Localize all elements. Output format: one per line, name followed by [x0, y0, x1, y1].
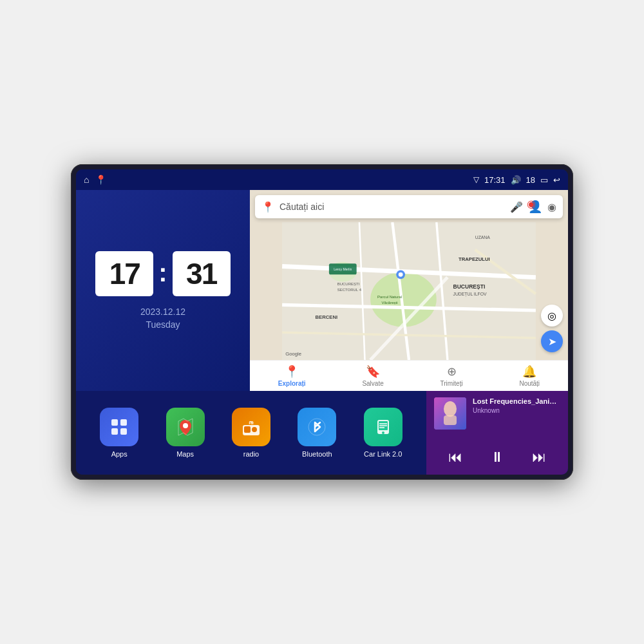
device: ⌂ 📍 ▽ 17:31 🔊 18 ▭ ↩ 17 :	[71, 164, 573, 480]
svg-text:FM: FM	[249, 421, 253, 425]
status-left-icons: ⌂ 📍	[84, 175, 106, 185]
map-nav-bar: 📍 Explorați 🔖 Salvate ⊕ Trimiteți 🔔	[250, 360, 568, 391]
share-label: Trimiteți	[440, 380, 462, 387]
svg-text:TRAPEZULUI: TRAPEZULUI	[459, 256, 490, 262]
status-bar: ⌂ 📍 ▽ 17:31 🔊 18 ▭ ↩	[76, 169, 568, 190]
svg-point-38	[382, 431, 384, 434]
svg-text:Leroy Merlin: Leroy Merlin	[334, 267, 352, 271]
music-artist: Unknown	[473, 407, 560, 414]
svg-text:Parcul Natural: Parcul Natural	[377, 295, 402, 299]
music-controls: ⏮ ⏸ ⏭	[434, 446, 560, 468]
layers-icon[interactable]: ◉	[547, 201, 556, 213]
svg-rect-41	[444, 415, 457, 425]
device-screen: ⌂ 📍 ▽ 17:31 🔊 18 ▭ ↩ 17 :	[76, 169, 568, 475]
svg-point-32	[252, 427, 257, 432]
map-panel[interactable]: 📍 Căutați aici 🎤 👤 ◉	[250, 190, 568, 391]
carlink-icon-box	[364, 408, 402, 446]
map-nav-saved[interactable]: 🔖 Salvate	[362, 365, 383, 387]
map-nav-share[interactable]: ⊕ Trimiteți	[440, 365, 462, 387]
apps-icon-box	[100, 408, 138, 446]
radio-label: radio	[243, 450, 259, 458]
signal-icon: ▽	[473, 175, 479, 184]
news-icon: 🔔	[522, 365, 536, 379]
map-compass-icon: ◉	[527, 198, 536, 210]
svg-rect-27	[111, 428, 118, 435]
music-next-btn[interactable]: ⏭	[527, 446, 551, 468]
svg-rect-28	[120, 428, 127, 435]
svg-rect-26	[120, 419, 127, 426]
map-location-btn[interactable]: ◎	[541, 305, 563, 327]
svg-point-24	[399, 272, 403, 277]
news-label: Noutăți	[519, 380, 540, 387]
clock-hours: 17	[95, 251, 153, 296]
clock-colon: :	[158, 258, 167, 287]
share-icon: ⊕	[447, 365, 457, 379]
music-play-btn[interactable]: ⏸	[485, 446, 509, 468]
apps-panel: Apps Maps	[76, 391, 426, 475]
svg-point-29	[183, 423, 188, 428]
day-display: Tuesday	[140, 319, 185, 330]
maps-logo-icon: 📍	[261, 201, 274, 213]
svg-text:BERCENI: BERCENI	[315, 314, 337, 320]
app-item-apps[interactable]: Apps	[100, 408, 138, 458]
apps-label: Apps	[111, 450, 128, 458]
date-display: 2023.12.12	[140, 307, 185, 317]
map-nav-explore[interactable]: 📍 Explorați	[278, 365, 306, 387]
bluetooth-label: Bluetooth	[302, 450, 332, 458]
svg-rect-25	[111, 419, 118, 426]
music-info: Lost Frequencies_Janieck Devy-... Unknow…	[434, 397, 560, 430]
battery-icon: ▭	[540, 175, 548, 185]
status-right-info: ▽ 17:31 🔊 18 ▭ ↩	[473, 175, 560, 185]
svg-point-40	[444, 401, 457, 417]
map-search-bar[interactable]: 📍 Căutați aici 🎤 👤 ◉	[255, 195, 563, 218]
location-icon[interactable]: 📍	[95, 175, 106, 185]
saved-icon: 🔖	[366, 365, 380, 379]
svg-text:JUDEȚUL ILFOV: JUDEȚUL ILFOV	[453, 292, 487, 297]
svg-rect-31	[244, 426, 251, 433]
clock-display: 17 : 31	[95, 251, 230, 296]
map-background: TRAPEZULUI UZANA BUCUREȘTI JUDEȚUL ILFOV…	[250, 222, 568, 360]
map-nav-news[interactable]: 🔔 Noutăți	[519, 365, 540, 387]
explore-icon: 📍	[285, 365, 299, 379]
app-item-carlink[interactable]: Car Link 2.0	[364, 408, 402, 458]
clock-panel: 17 : 31 2023.12.12 Tuesday	[76, 190, 250, 391]
map-controls-right: ◎ ➤	[541, 305, 563, 352]
svg-text:Văcărești: Văcărești	[382, 301, 398, 305]
svg-text:BUCUREȘTI: BUCUREȘTI	[337, 282, 360, 286]
app-item-radio[interactable]: FM radio	[232, 408, 270, 458]
map-navigate-btn[interactable]: ➤	[541, 330, 563, 352]
explore-label: Explorați	[278, 380, 306, 387]
music-details: Lost Frequencies_Janieck Devy-... Unknow…	[473, 397, 560, 414]
map-search-placeholder[interactable]: Căutați aici	[279, 202, 505, 212]
app-item-bluetooth[interactable]: Bluetooth	[298, 408, 336, 458]
volume-icon: 🔊	[511, 175, 521, 185]
svg-point-35	[308, 419, 325, 435]
maps-label: Maps	[176, 450, 194, 458]
svg-text:SECTORUL 4: SECTORUL 4	[337, 288, 362, 292]
radio-icon-box: FM	[232, 408, 270, 446]
music-album-art	[434, 397, 466, 430]
home-icon[interactable]: ⌂	[84, 175, 89, 185]
maps-icon-box	[166, 408, 205, 446]
app-item-maps[interactable]: Maps	[166, 408, 205, 458]
clock-minutes: 31	[173, 251, 231, 296]
svg-text:UZANA: UZANA	[475, 235, 491, 240]
date-info: 2023.12.12 Tuesday	[140, 307, 185, 330]
volume-level: 18	[526, 175, 535, 185]
carlink-label: Car Link 2.0	[364, 450, 402, 458]
svg-text:BUCUREȘTI: BUCUREȘTI	[453, 283, 485, 290]
main-content: 17 : 31 2023.12.12 Tuesday 📍 Căutați aic…	[76, 190, 568, 475]
top-section: 17 : 31 2023.12.12 Tuesday 📍 Căutați aic…	[76, 190, 568, 391]
music-panel: Lost Frequencies_Janieck Devy-... Unknow…	[426, 391, 568, 475]
svg-text:Google: Google	[285, 351, 301, 357]
bluetooth-icon-box	[298, 408, 336, 446]
bottom-section: Apps Maps	[76, 391, 568, 475]
time-display: 17:31	[484, 175, 506, 185]
saved-label: Salvate	[362, 380, 383, 387]
music-title: Lost Frequencies_Janieck Devy-...	[473, 397, 560, 405]
voice-search-icon[interactable]: 🎤	[510, 201, 523, 213]
back-icon[interactable]: ↩	[553, 175, 560, 185]
music-prev-btn[interactable]: ⏮	[443, 446, 468, 468]
